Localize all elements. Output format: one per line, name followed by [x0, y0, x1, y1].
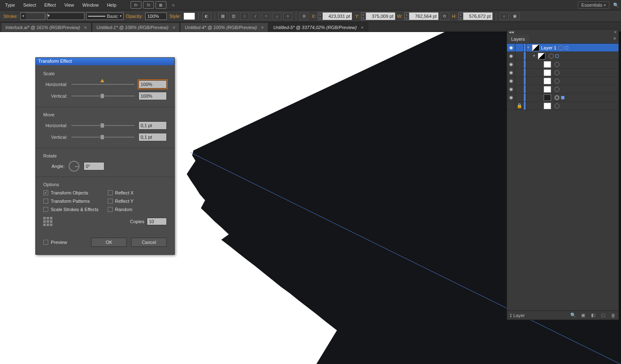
document-tab[interactable]: Untitled-1* @ 108% (RGB/Preview)× [92, 22, 180, 32]
w-field[interactable]: ▴▾762,564 pt [404, 12, 438, 20]
align-3-icon[interactable]: ⎍ [240, 12, 249, 20]
twisty-icon[interactable]: ▼ [526, 46, 530, 49]
angle-dial[interactable] [69, 161, 79, 172]
document-tab[interactable]: Untitled-5* @ 33774,02% (RGB/Preview)× [269, 22, 368, 32]
x-value[interactable]: 423,031 pt [323, 12, 352, 20]
layer-row[interactable]: ◉ [507, 93, 619, 102]
delete-layer-icon[interactable]: 🗑 [610, 313, 616, 318]
target-icon[interactable] [554, 79, 559, 84]
layer-row[interactable]: 🔒 [507, 102, 619, 110]
align-6-icon[interactable]: ⎐ [272, 12, 282, 20]
arrange-docs-icon[interactable]: ▦ [156, 1, 166, 9]
visibility-icon[interactable]: ◉ [507, 60, 515, 68]
layer-name[interactable]: Layer 1 [541, 45, 557, 50]
style-swatch[interactable] [183, 12, 195, 20]
lock-icon[interactable]: 🔒 [515, 102, 524, 110]
locate-icon[interactable]: 🔍 [570, 312, 576, 318]
scale-v-slider[interactable] [72, 92, 134, 100]
visibility-icon[interactable]: ◉ [507, 77, 515, 85]
target-icon[interactable] [554, 103, 559, 108]
w-value[interactable]: 762,564 pt [409, 12, 438, 20]
layer-row[interactable]: ◉▼ [507, 52, 619, 60]
align-2-icon[interactable]: ▥ [229, 12, 238, 20]
opt-transform-objects[interactable]: ✓Transform Objects [43, 190, 103, 195]
opt-reflect-y[interactable]: Reflect Y [108, 199, 167, 204]
close-panel-icon[interactable]: ✕ [614, 30, 617, 34]
target-icon[interactable] [558, 45, 563, 50]
scale-h-slider[interactable] [72, 81, 134, 88]
preview-checkbox[interactable]: Preview [43, 240, 87, 245]
twisty-icon[interactable]: ▼ [532, 54, 536, 58]
dialog-title[interactable]: Transform Effect [36, 58, 174, 65]
link-wh-icon[interactable]: ⧉ [440, 12, 449, 20]
align-5-icon[interactable]: ⎏ [262, 12, 271, 20]
lock-icon[interactable] [515, 69, 524, 76]
layer-row[interactable]: ◉ [507, 60, 619, 69]
angle-input[interactable]: 0° [84, 162, 104, 170]
document-tab[interactable]: Interlock.ai* @ 161% (RGB/Preview)× [1, 22, 92, 32]
menu-type[interactable]: Type [1, 1, 19, 9]
close-tab-icon[interactable]: × [173, 25, 175, 30]
x-field[interactable]: ▴▾423,031 pt [318, 12, 352, 20]
align-1-icon[interactable]: ▦ [218, 12, 228, 20]
target-icon[interactable] [554, 95, 559, 100]
lock-icon[interactable] [515, 44, 524, 52]
layer-row[interactable]: ◉▼Layer 1 [507, 44, 619, 52]
align-4-icon[interactable]: ⎎ [251, 12, 260, 20]
menu-effect[interactable]: Effect [40, 1, 60, 9]
make-clip-icon[interactable]: ▣ [580, 312, 586, 318]
layer-row[interactable]: ◉ [507, 77, 619, 85]
layer-row[interactable]: ◉ [507, 69, 619, 77]
y-field[interactable]: ▴▾375,009 pt [361, 12, 395, 20]
y-value[interactable]: 375,009 pt [366, 12, 395, 20]
isolate-icon[interactable]: ▣ [510, 12, 520, 20]
opt-reflect-x[interactable]: Reflect X [108, 190, 167, 195]
stroke-profile[interactable]: Basic▾ [86, 12, 124, 20]
recolor-icon[interactable]: ◐ [202, 12, 211, 20]
lock-icon[interactable] [515, 77, 524, 85]
lock-icon[interactable] [515, 60, 524, 68]
visibility-icon[interactable] [507, 102, 515, 110]
scale-h-input[interactable]: 100% [139, 80, 167, 89]
visibility-icon[interactable]: ◉ [507, 52, 515, 60]
menu-select[interactable]: Select [19, 1, 40, 9]
workspace-switcher[interactable]: Essentials▾ [578, 1, 609, 9]
target-icon[interactable] [554, 62, 559, 67]
visibility-icon[interactable]: ◉ [507, 93, 515, 101]
menu-window[interactable]: Window [78, 1, 103, 9]
ok-button[interactable]: OK [91, 238, 127, 247]
move-v-input[interactable]: 0,1 pt [139, 133, 167, 141]
stroke-width-field[interactable]: ▾ [47, 12, 84, 20]
gpu-icon[interactable]: ⎋ [168, 1, 179, 9]
lock-icon[interactable] [515, 85, 524, 93]
visibility-icon[interactable]: ◉ [507, 69, 515, 76]
st-icon[interactable]: St [143, 1, 154, 9]
visibility-icon[interactable]: ◉ [507, 44, 515, 52]
search-icon[interactable]: 🔍 [612, 1, 620, 9]
target-icon[interactable] [554, 70, 559, 75]
scale-v-input[interactable]: 100% [139, 92, 167, 100]
menu-help[interactable]: Help [103, 1, 121, 9]
new-layer-icon[interactable]: ▢ [600, 312, 606, 318]
new-sublayer-icon[interactable]: ◧ [590, 312, 596, 318]
copies-input[interactable]: 10 [147, 218, 167, 225]
visibility-icon[interactable]: ◉ [507, 85, 515, 93]
cancel-button[interactable]: Cancel [131, 238, 167, 247]
layers-tab[interactable]: Layers [507, 35, 529, 43]
reference-point-icon[interactable] [43, 217, 52, 226]
lock-icon[interactable] [515, 93, 524, 101]
document-tab[interactable]: Untitled-4* @ 100% (RGB/Preview)× [180, 22, 268, 32]
h-field[interactable]: ▴▾576,672 pt [458, 12, 492, 20]
h-value[interactable]: 576,672 pt [463, 12, 492, 20]
opacity-input[interactable] [145, 12, 167, 20]
opt-scale-strokes[interactable]: Scale Strokes & Effects [43, 207, 103, 212]
move-h-slider[interactable] [72, 122, 134, 129]
align-7-icon[interactable]: ⎑ [283, 12, 292, 20]
stroke-weight[interactable]: ▾ [20, 12, 45, 20]
collapse-icon[interactable]: ◀◀ [509, 30, 514, 34]
br-icon[interactable]: Br [131, 1, 141, 9]
target-icon[interactable] [554, 87, 559, 92]
menu-view[interactable]: View [60, 1, 78, 9]
panel-menu-icon[interactable]: ≡ [611, 35, 619, 43]
move-h-input[interactable]: 0,1 pt [139, 121, 167, 130]
